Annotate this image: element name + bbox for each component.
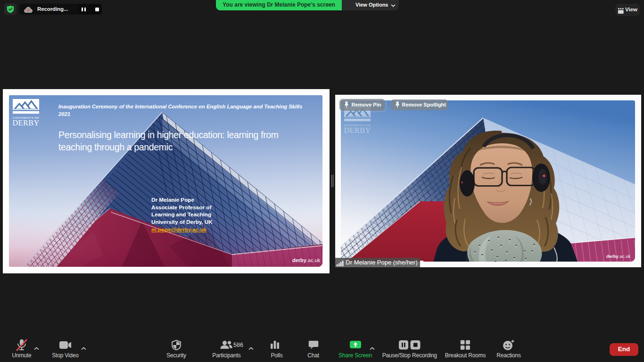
svg-text:DERBY: DERBY	[344, 126, 371, 134]
svg-text:DERBY: DERBY	[13, 119, 40, 127]
